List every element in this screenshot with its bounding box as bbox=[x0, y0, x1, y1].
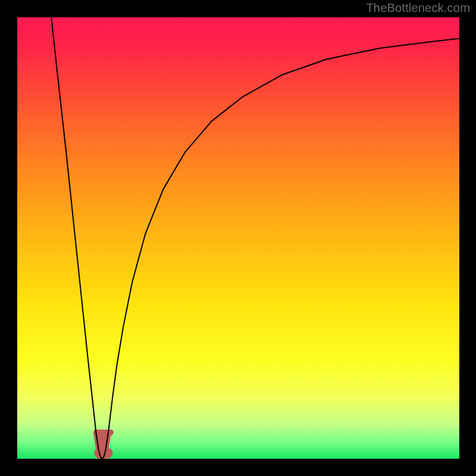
outer-frame: TheBottleneck.com bbox=[0, 0, 476, 476]
watermark-text: TheBottleneck.com bbox=[366, 1, 470, 15]
gradient-background bbox=[17, 17, 459, 459]
bottleneck-chart bbox=[17, 17, 459, 459]
